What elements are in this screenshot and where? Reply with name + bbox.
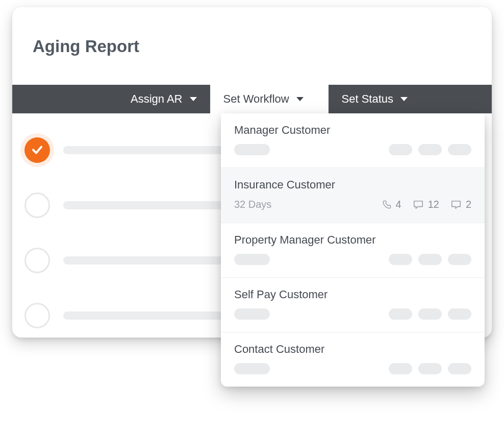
- placeholder-pill: [448, 308, 471, 320]
- placeholder-pill: [389, 363, 412, 374]
- workflow-option-label: Insurance Customer: [234, 178, 471, 191]
- checkbox-checked[interactable]: [24, 137, 50, 163]
- checkbox[interactable]: [24, 303, 50, 328]
- chevron-down-icon: [190, 97, 197, 101]
- calls-count: 4: [396, 199, 401, 210]
- list-item[interactable]: [24, 303, 229, 328]
- phone-icon: [382, 200, 392, 210]
- placeholder-pill: [389, 254, 412, 265]
- option-meta: [234, 254, 471, 265]
- placeholder-pill: [448, 363, 471, 374]
- chevron-down-icon: [296, 97, 304, 101]
- placeholder-bar: [63, 256, 229, 265]
- assign-ar-label: Assign AR: [131, 92, 183, 106]
- option-meta: [234, 363, 471, 374]
- comment-icon: [413, 200, 424, 210]
- list-item[interactable]: [24, 137, 229, 163]
- assign-ar-button[interactable]: Assign AR: [117, 85, 210, 113]
- set-status-button[interactable]: Set Status: [329, 85, 421, 113]
- chevron-down-icon: [400, 97, 408, 101]
- calls-stat: 4: [382, 199, 401, 210]
- workflow-option-selfpay[interactable]: Self Pay Customer: [221, 278, 485, 332]
- workflow-option-manager[interactable]: Manager Customer: [221, 113, 485, 168]
- placeholder-pill: [234, 308, 270, 320]
- placeholder-pill: [448, 144, 471, 155]
- list-item[interactable]: [24, 193, 229, 218]
- placeholder-bar: [63, 146, 229, 154]
- checkbox[interactable]: [24, 248, 50, 273]
- placeholder-pill: [389, 308, 412, 320]
- placeholder-bar: [63, 201, 229, 209]
- placeholder-pill: [418, 308, 442, 320]
- placeholder-pill: [418, 254, 442, 265]
- set-status-label: Set Status: [342, 92, 394, 106]
- workflow-option-label: Manager Customer: [234, 124, 471, 137]
- placeholder-pill: [234, 144, 270, 155]
- chat-icon: [450, 200, 462, 210]
- placeholder-pill: [448, 254, 471, 265]
- page-title: Aging Report: [33, 37, 139, 56]
- set-workflow-label: Set Workflow: [223, 92, 289, 106]
- workflow-option-insurance[interactable]: Insurance Customer 32 Days 4 12 2: [221, 168, 485, 223]
- comments-stat: 12: [413, 199, 439, 210]
- workflow-option-label: Self Pay Customer: [234, 288, 471, 301]
- workflow-option-label: Property Manager Customer: [234, 233, 471, 247]
- toolbar: Assign AR Set Workflow Set Status: [12, 85, 492, 113]
- workflow-option-contact[interactable]: Contact Customer: [221, 332, 485, 387]
- option-meta: [234, 308, 471, 320]
- list: [24, 137, 229, 358]
- set-workflow-button[interactable]: Set Workflow: [210, 85, 329, 113]
- placeholder-pill: [234, 363, 270, 374]
- comments-count: 12: [428, 199, 439, 210]
- placeholder-pill: [389, 144, 412, 155]
- workflow-option-label: Contact Customer: [234, 343, 471, 356]
- placeholder-pill: [418, 144, 442, 155]
- workflow-option-property[interactable]: Property Manager Customer: [221, 223, 485, 278]
- option-meta: 32 Days 4 12 2: [234, 199, 471, 210]
- days-label: 32 Days: [234, 199, 271, 210]
- placeholder-bar: [63, 312, 229, 320]
- option-meta: [234, 144, 471, 155]
- checkbox[interactable]: [24, 193, 50, 218]
- chats-stat: 2: [450, 199, 471, 210]
- check-icon: [31, 143, 44, 156]
- workflow-dropdown: Manager Customer Insurance Customer 32 D…: [221, 113, 485, 387]
- placeholder-pill: [234, 254, 270, 265]
- list-item[interactable]: [24, 248, 229, 273]
- placeholder-pill: [418, 363, 442, 374]
- chats-count: 2: [466, 199, 471, 210]
